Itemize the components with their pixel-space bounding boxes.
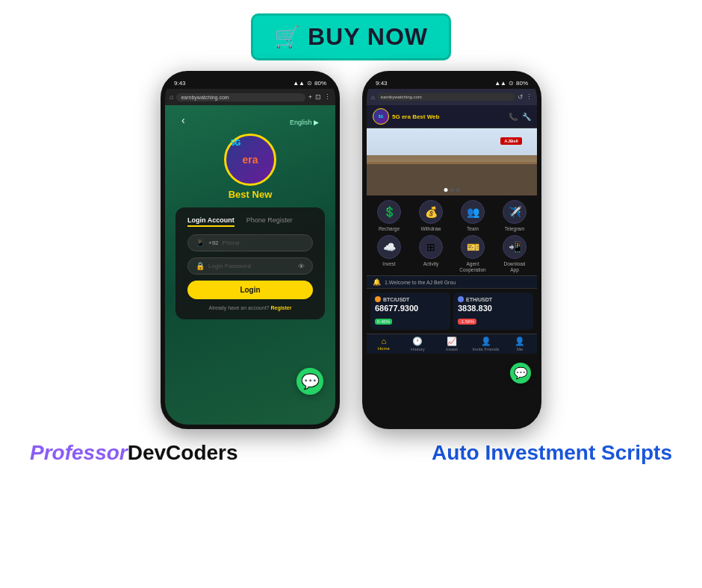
history-nav-label: History [411, 347, 425, 351]
eth-card[interactable]: ETH/USDT 3838.830 -1.58% [453, 293, 533, 330]
phone-right: 9:43 ▲▲ ⊙ 80% ⌂ earnbywatching.com ↺ ⋮ 5… [362, 71, 541, 429]
withdraw-icon-item[interactable]: 💰 Withdraw [411, 200, 450, 232]
already-text: Already have an account? [209, 305, 270, 310]
menu-icon[interactable]: ⋮ [324, 93, 331, 101]
status-icons-left: ▲▲ ⊙ 80% [293, 80, 326, 87]
withdraw-icon: 💰 [419, 200, 443, 224]
app-logo-circle: 5G [373, 108, 389, 125]
professor-devcoders-logo: ProfessorDevCoders [30, 441, 238, 465]
browser-url-right[interactable]: earnbywatching.com [377, 93, 515, 101]
nav-home[interactable]: ⌂ Home [367, 337, 401, 351]
app-brand-text: 5G era Best Web [392, 113, 439, 120]
eth-icon [458, 296, 464, 302]
home-nav-icon: ⌂ [381, 337, 386, 345]
app-top-action-icons: 📞 🔧 [509, 113, 531, 121]
telegram-icon-item[interactable]: ✈️ Telegram [495, 200, 534, 232]
reload-icon-r[interactable]: ↺ [518, 93, 524, 101]
cart-icon: 🛒 [274, 25, 300, 49]
whatsapp-bubble-right[interactable]: 💬 [510, 363, 531, 384]
new-tab-icon[interactable]: + [308, 93, 312, 101]
password-input-field[interactable]: 🔒 Login Password 👁 [187, 257, 313, 275]
recharge-icon-item[interactable]: 💲 Recharge [370, 200, 409, 232]
nav-history[interactable]: 🕐 History [401, 337, 435, 351]
app-logo-5g: 5G [379, 114, 384, 119]
home-icon: ⌂ [170, 93, 173, 101]
agent-icon-item[interactable]: 🎫 Agent Cooperation [453, 235, 492, 273]
phone-placeholder: Phone [223, 240, 240, 246]
crypto-section: BTC/USDT 68677.9300 0.46% ETH/USDT 3838.… [367, 289, 537, 334]
me-nav-label: Me [517, 347, 523, 351]
battery-icon: 80% [314, 80, 326, 87]
btc-card[interactable]: BTC/USDT 68677.9300 0.46% [370, 293, 450, 330]
buy-now-button[interactable]: 🛒 BUY NOW [251, 13, 451, 60]
browser-bar-left: ⌂ earnbywatching.com + ⊡ ⋮ [165, 89, 335, 105]
invest-label: Invest [382, 261, 395, 267]
nav-invest[interactable]: 📈 Invest [435, 337, 469, 351]
status-icons-right: ▲▲ ⊙ 80% [494, 80, 528, 87]
invite-nav-icon: 👤 [481, 337, 491, 346]
nav-me[interactable]: 👤 Me [503, 337, 537, 351]
eye-icon[interactable]: 👁 [298, 263, 305, 270]
office-scene: AJBell [367, 128, 537, 196]
invest-icon: ☁️ [377, 235, 401, 259]
browser-url-left[interactable]: earnbywatching.com [176, 93, 305, 101]
logo-5g-text: 5G [231, 139, 240, 147]
wifi-icon: ⊙ [307, 80, 312, 87]
dot-2[interactable] [450, 188, 454, 192]
invest-nav-label: Invest [446, 347, 458, 351]
menu-icon-r[interactable]: ⋮ [526, 93, 532, 101]
activity-icon-item[interactable]: ⊞ Activity [411, 235, 450, 273]
recharge-icon: 💲 [377, 200, 401, 224]
status-time-left: 9:43 [174, 80, 186, 87]
signal-icon-r: ▲▲ [494, 80, 506, 87]
invest-icon-item[interactable]: ☁️ Invest [370, 235, 409, 273]
download-icon-item[interactable]: 📲 Download App [495, 235, 534, 273]
phone-field-icon: 📱 [196, 239, 205, 247]
eth-change-badge: -1.58% [458, 319, 476, 325]
home-icon-r: ⌂ [371, 94, 375, 101]
login-account-tab[interactable]: Login Account [187, 216, 234, 227]
btc-icon [375, 296, 381, 302]
login-tabs: Login Account Phone Register [187, 216, 313, 227]
phones-container: 9:43 ▲▲ ⊙ 80% ⌂ earnbywatching.com + ⊡ ⋮… [0, 71, 702, 429]
dot-3[interactable] [456, 188, 460, 192]
invite-nav-label: Invite Friends [473, 347, 500, 351]
notification-bar: 🔔 1.Welcome to the AJ Bell Grou [367, 275, 537, 289]
whatsapp-icon-left: 💬 [301, 372, 320, 390]
download-label: Download App [504, 261, 526, 273]
me-nav-icon: 👤 [515, 337, 525, 346]
register-prompt: Already have an account? Register [187, 305, 313, 310]
whatsapp-bubble-left[interactable]: 💬 [296, 368, 323, 395]
register-link[interactable]: Register [270, 305, 291, 310]
language-selector[interactable]: English ▶ [290, 119, 319, 126]
office-sign: AJBell [500, 137, 522, 145]
professor-text: Professor [30, 441, 128, 464]
phone-content-left: ‹ English ▶ 5G era Best New Login Accoun… [165, 105, 335, 425]
dot-1[interactable] [444, 188, 448, 192]
activity-icon: ⊞ [419, 235, 443, 259]
team-icon-item[interactable]: 👥 Team [453, 200, 492, 232]
telegram-icon: ✈️ [503, 200, 526, 224]
service-icon[interactable]: 🔧 [522, 113, 531, 121]
browser-action-icons: + ⊡ ⋮ [308, 93, 331, 101]
login-card: Login Account Phone Register 📱 +92 Phone… [176, 207, 325, 319]
recharge-label: Recharge [379, 226, 400, 232]
agent-icon: 🎫 [461, 235, 485, 259]
app-logo: 5G era [224, 134, 276, 186]
eth-pair-text: ETH/USDT [466, 297, 492, 302]
login-button[interactable]: Login [187, 281, 313, 299]
signal-icon: ▲▲ [293, 80, 305, 87]
telegram-label: Telegram [505, 226, 525, 232]
phone-call-icon[interactable]: 📞 [509, 113, 518, 121]
notification-text: 1.Welcome to the AJ Bell Grou [385, 280, 456, 285]
invest-nav-icon: 📈 [447, 337, 457, 346]
phone-input-field[interactable]: 📱 +92 Phone [187, 234, 313, 251]
app-icons-grid: 💲 Recharge 💰 Withdraw 👥 Team ✈️ Telegram… [367, 196, 537, 275]
whatsapp-icon-right: 💬 [514, 366, 528, 380]
phone-register-tab[interactable]: Phone Register [246, 216, 293, 227]
back-arrow-icon[interactable]: ‹ [181, 114, 185, 126]
nav-invite[interactable]: 👤 Invite Friends [469, 337, 503, 351]
bottom-nav: ⌂ Home 🕐 History 📈 Invest 👤 Invite Frien… [367, 334, 537, 354]
tabs-icon[interactable]: ⊡ [315, 93, 321, 101]
btc-price: 68677.9300 [375, 304, 446, 313]
